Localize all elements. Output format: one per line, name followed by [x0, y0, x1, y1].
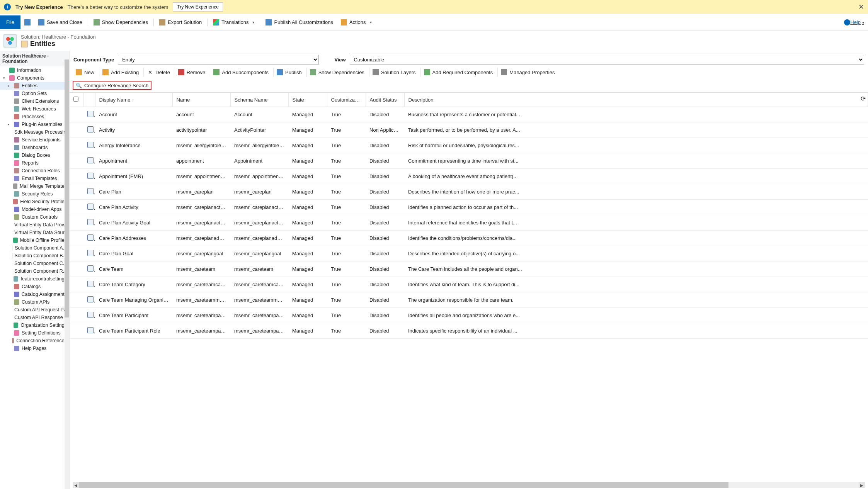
sidebar-scrollbar[interactable] — [65, 59, 69, 489]
show-dependencies-button[interactable]: Show Dependencies — [306, 68, 368, 77]
table-row[interactable]: Care Team Participant msemr_careteampart… — [70, 308, 868, 323]
add-existing-button[interactable]: Add Existing — [99, 68, 142, 77]
column-customizable[interactable]: Customizable... — [327, 93, 366, 107]
tree-item[interactable]: ▸Custom Controls — [0, 213, 69, 221]
row-checkbox[interactable] — [70, 292, 83, 308]
tree-item[interactable]: ▸Setting Definitions — [0, 329, 69, 337]
tree-item[interactable]: ▸Mail Merge Templates — [0, 182, 69, 190]
tree-item[interactable]: ▸Dashboards — [0, 144, 69, 151]
table-row[interactable]: Appointment appointment Appointment Mana… — [70, 153, 868, 169]
tree-item[interactable]: ▸Organization Settings — [0, 321, 69, 329]
tree-item[interactable]: ▸Solution Component B... — [0, 252, 69, 260]
tree-item[interactable]: ▸Connection Roles — [0, 167, 69, 175]
row-checkbox[interactable] — [70, 323, 83, 339]
table-row[interactable]: Care Plan Goal msemr_careplangoal msemr_… — [70, 246, 868, 261]
expand-icon[interactable]: ▸ — [8, 84, 12, 88]
table-row[interactable]: Appointment (EMR) msemr_appointmente... … — [70, 169, 868, 184]
publish-all-button[interactable]: Publish All Customizations — [262, 18, 337, 27]
tree-item[interactable]: ▸Web Resources — [0, 105, 69, 113]
add-subcomponents-button[interactable]: Add Subcomponents — [210, 68, 272, 77]
tree-item[interactable]: ▸Email Templates — [0, 175, 69, 182]
table-row[interactable]: Account account Account Managed True Dis… — [70, 107, 868, 122]
save-button[interactable] — [20, 18, 34, 27]
column-schema-name[interactable]: Schema Name — [230, 93, 288, 107]
table-row[interactable]: Care Team Category msemr_careteamcateg..… — [70, 277, 868, 292]
configure-relevance-search-button[interactable]: 🔍Configure Relevance Search — [73, 81, 151, 90]
column-display-name[interactable]: Display Name↑ — [95, 93, 172, 107]
row-checkbox[interactable] — [70, 200, 83, 215]
tree-item[interactable]: ▸featurecontrolsettings — [0, 275, 69, 283]
tree-item[interactable]: ▸Information — [0, 66, 69, 74]
tree-item[interactable]: ▸Catalogs — [0, 283, 69, 290]
component-type-select[interactable]: Entity — [118, 55, 319, 65]
tree-item[interactable]: ▸Dialog Boxes — [0, 151, 69, 159]
row-checkbox[interactable] — [70, 277, 83, 292]
expand-icon[interactable]: ▸ — [8, 122, 12, 126]
scroll-left-icon[interactable]: ◀ — [73, 482, 79, 488]
tree-item[interactable]: ▸Custom API Request Pa... — [0, 306, 69, 314]
save-and-close-button[interactable]: Save and Close — [34, 18, 86, 27]
table-row[interactable]: Care Team msemr_careteam msemr_careteam … — [70, 261, 868, 277]
column-state[interactable]: State — [288, 93, 327, 107]
row-checkbox[interactable] — [70, 308, 83, 323]
tree-item[interactable]: ▸Help Pages — [0, 345, 69, 352]
tree-item[interactable]: ▸Custom API Response ... — [0, 314, 69, 321]
row-checkbox[interactable] — [70, 138, 83, 153]
view-select[interactable]: Customizable — [350, 55, 864, 65]
row-checkbox[interactable] — [70, 107, 83, 122]
tree-item[interactable]: ▸Solution Component R... — [0, 267, 69, 275]
remove-button[interactable]: Remove — [175, 68, 208, 77]
add-required-components-button[interactable]: Add Required Components — [420, 68, 496, 77]
tree-item[interactable]: ▸Security Roles — [0, 190, 69, 198]
tree-item[interactable]: ▸Sdk Message Processin... — [0, 128, 69, 136]
row-checkbox[interactable] — [70, 153, 83, 169]
tree-item[interactable]: ▸Processes — [0, 113, 69, 121]
managed-properties-button[interactable]: Managed Properties — [497, 68, 558, 77]
table-row[interactable]: Care Plan Addresses msemr_careplanaddre.… — [70, 231, 868, 246]
tree-item[interactable]: ▸Field Security Profiles — [0, 198, 69, 205]
try-new-experience-button[interactable]: Try New Experience — [173, 2, 223, 12]
export-solution-button[interactable]: Export Solution — [155, 18, 206, 27]
tree-item[interactable]: ▸Catalog Assignments — [0, 290, 69, 298]
row-checkbox[interactable] — [70, 246, 83, 261]
row-checkbox[interactable] — [70, 184, 83, 200]
row-checkbox[interactable] — [70, 261, 83, 277]
column-description[interactable]: Description — [404, 93, 868, 107]
new-button[interactable]: New — [73, 68, 97, 77]
row-checkbox[interactable] — [70, 231, 83, 246]
tree-item[interactable]: ▸Option Sets — [0, 90, 69, 97]
table-row[interactable]: Care Plan Activity Goal msemr_careplanac… — [70, 215, 868, 231]
table-row[interactable]: Care Team Managing Organiza... msemr_car… — [70, 292, 868, 308]
select-all-checkbox[interactable] — [70, 93, 83, 107]
tree-item[interactable]: ▸Service Endpoints — [0, 136, 69, 144]
help-link[interactable]: Help — [850, 19, 864, 25]
tree-item[interactable]: ▸Solution Component C... — [0, 260, 69, 267]
horizontal-scrollbar[interactable]: ◀ ▶ — [73, 482, 865, 488]
solution-layers-button[interactable]: Solution Layers — [369, 68, 419, 77]
file-menu-button[interactable]: File — [0, 15, 20, 29]
tree-item[interactable]: ▸Custom APIs — [0, 298, 69, 306]
tree-item[interactable]: ▸Client Extensions — [0, 97, 69, 105]
actions-dropdown[interactable]: Actions — [337, 18, 376, 27]
table-row[interactable]: Allergy Intolerance msemr_allergyintoler… — [70, 138, 868, 153]
tree-item[interactable]: ▸Solution Component A... — [0, 244, 69, 252]
refresh-icon[interactable]: ⟳ — [861, 95, 866, 102]
table-row[interactable]: Care Team Participant Role msemr_caretea… — [70, 323, 868, 339]
delete-button[interactable]: ✕Delete — [143, 68, 173, 77]
tree-item[interactable]: ▸Virtual Entity Data Prov... — [0, 221, 69, 229]
row-checkbox[interactable] — [70, 169, 83, 184]
tree-item[interactable]: ▸Entities — [0, 82, 69, 90]
close-icon[interactable]: ✕ — [858, 3, 864, 11]
tree-item[interactable]: ▸Connection References — [0, 337, 69, 345]
tree-item[interactable]: ▸Reports — [0, 159, 69, 167]
table-row[interactable]: Care Plan msemr_careplan msemr_careplan … — [70, 184, 868, 200]
expand-icon[interactable]: ▾ — [3, 76, 7, 80]
tree-item[interactable]: ▸Virtual Entity Data Sour... — [0, 229, 69, 236]
column-audit-status[interactable]: Audit Status — [366, 93, 404, 107]
scroll-right-icon[interactable]: ▶ — [859, 482, 865, 488]
table-row[interactable]: Activity activitypointer ActivityPointer… — [70, 122, 868, 138]
tree-item[interactable]: ▸Mobile Offline Profiles — [0, 236, 69, 244]
publish-button[interactable]: Publish — [273, 68, 305, 77]
show-dependencies-ribbon-button[interactable]: Show Dependencies — [90, 18, 152, 27]
tree-item[interactable]: ▾Components — [0, 74, 69, 82]
